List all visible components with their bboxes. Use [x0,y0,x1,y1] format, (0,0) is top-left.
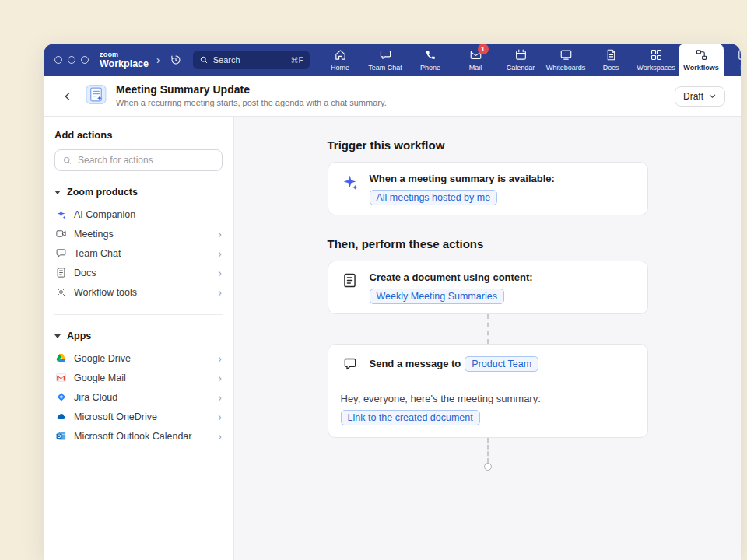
action-card-create-document[interactable]: Create a document using content: Weekly … [328,261,648,314]
actions-heading: Then, perform these actions [328,237,648,250]
team-chat-icon [55,247,67,259]
window-controls[interactable] [54,56,89,64]
google-mail-icon [55,372,67,383]
recipient-chip[interactable]: Product Team [465,356,538,372]
nav-item-team-chat[interactable]: Team Chat [363,44,408,76]
section-apps[interactable]: Apps [54,331,223,341]
chevron-right-icon[interactable]: › [155,54,162,66]
docs-icon [605,48,618,61]
search-icon [62,156,72,166]
nav-item-calendar[interactable]: Calendar [498,44,543,76]
document-icon [341,271,359,304]
phone-icon [424,48,437,61]
nav-items: Home Team Chat Phone 1 Mail Calendar [317,44,741,76]
jira-icon [55,391,67,403]
search-label: Search [213,55,240,65]
more-icon [737,48,742,61]
nav-item-workspaces[interactable]: Workspaces [633,44,679,76]
docs-icon [55,267,67,278]
nav-item-docs[interactable]: Docs [588,44,633,76]
section-zoom-products[interactable]: Zoom products [54,187,223,198]
mail-icon: 1 [469,48,482,61]
workflow-header: Meeting Summary Update When a recurring … [44,76,741,117]
window-control-circle[interactable] [68,56,75,64]
search-shortcut: ⌘F [291,56,303,65]
sidebar-item-team-chat[interactable]: Team Chat › [54,243,223,263]
search-icon [199,55,209,65]
nav-item-phone[interactable]: Phone [408,44,453,76]
status-badge: Draft [683,91,703,102]
whiteboard-icon [559,48,573,61]
sidebar-heading: Add actions [54,129,223,141]
chevron-right-icon: › [218,287,222,298]
send-message-text: Send a message to [370,358,461,369]
onedrive-icon [55,411,67,422]
logo-workplace: Workplace [100,59,149,69]
top-navigation-bar: zoom Workplace › Search ⌘F Home Team Cha… [44,44,741,76]
ai-companion-icon [55,208,67,220]
chevron-down-icon [708,92,717,100]
sidebar-item-workflow-tools[interactable]: Workflow tools › [54,282,223,302]
ai-sparkle-icon [341,173,359,205]
sidebar-item-meetings[interactable]: Meetings › [54,224,223,243]
outlook-calendar-icon [55,430,67,442]
chevron-right-icon: › [218,248,222,259]
sidebar-item-ai-companion[interactable]: AI Companion [54,205,223,224]
zoom-workplace-window: zoom Workplace › Search ⌘F Home Team Cha… [44,44,741,560]
sidebar-item-microsoft-outlook-calendar[interactable]: Microsoft Outlook Calendar › [54,426,223,446]
meetings-icon [55,228,67,240]
caret-down-icon [54,191,61,194]
sidebar-item-microsoft-onedrive[interactable]: Microsoft OneDrive › [54,407,223,426]
action-create-doc-text: Create a document using content: [370,271,533,283]
history-icon[interactable] [168,52,184,68]
speech-bubble-icon [341,355,359,372]
document-link-chip[interactable]: Link to the created document [341,410,480,425]
mail-unread-badge: 1 [478,44,489,54]
actions-search-input[interactable] [78,155,215,166]
caret-down-icon [54,334,61,338]
sidebar-item-google-drive[interactable]: Google Drive › [54,348,223,368]
window-control-circle[interactable] [81,56,89,64]
doc-content-chip[interactable]: Weekly Meeting Summaries [370,289,504,304]
gear-icon [55,286,67,298]
back-button[interactable] [59,88,76,105]
chevron-right-icon: › [218,431,222,442]
sidebar-item-jira-cloud[interactable]: Jira Cloud › [54,387,223,407]
nav-item-whiteboards[interactable]: Whiteboards [543,44,588,76]
action-card-send-message[interactable]: Send a message toProduct Team Hey, every… [328,344,648,438]
home-icon [334,48,347,61]
page-subtitle: When a recurring meeting starts, post th… [116,98,387,109]
nav-item-mail[interactable]: 1 Mail [453,44,498,76]
workflows-icon [695,48,708,61]
sidebar-item-docs[interactable]: Docs › [54,263,223,282]
chevron-right-icon: › [218,268,222,278]
message-body: Hey, everyone, here's the meeting summar… [328,383,647,437]
nav-item-home[interactable]: Home [317,44,363,76]
workflow-connector [487,438,489,463]
global-search-button[interactable]: Search ⌘F [193,51,310,69]
actions-sidebar: Add actions Zoom products AI Companion M… [44,117,234,560]
trigger-card[interactable]: When a meeting summary is available: All… [328,162,648,215]
calendar-icon [514,48,528,61]
chevron-right-icon: › [218,373,222,383]
chevron-right-icon: › [218,353,222,364]
team-chat-icon [379,48,392,61]
workflow-connector [487,314,489,344]
chevron-right-icon: › [218,411,222,422]
trigger-text: When a meeting summary is available: [370,173,555,184]
nav-item-partial[interactable]: M [724,44,741,76]
page-title: Meeting Summary Update [116,83,387,97]
chevron-right-icon: › [218,392,222,403]
trigger-scope-chip[interactable]: All meetings hosted by me [370,190,498,205]
workflow-canvas: Trigger this workflow When a meeting sum… [234,117,741,560]
workflow-thumbnail-icon [86,84,107,108]
workspaces-icon [650,48,663,61]
draft-status-button[interactable]: Draft [675,86,725,107]
window-control-circle[interactable] [54,56,62,64]
nav-item-workflows-active[interactable]: Workflows [679,44,724,76]
add-step-terminal[interactable] [484,463,492,471]
google-drive-icon [55,352,67,364]
actions-search[interactable] [54,149,223,171]
sidebar-item-google-mail[interactable]: Google Mail › [54,368,223,387]
message-body-text: Hey, everyone, here's the meeting summar… [341,393,635,404]
